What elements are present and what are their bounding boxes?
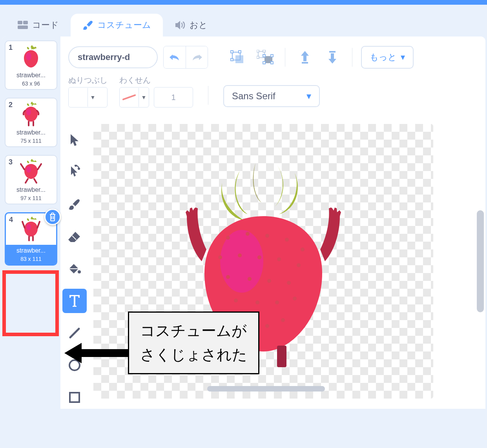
costume-size: 63 x 96 (8, 80, 54, 87)
svg-point-47 (293, 297, 297, 300)
svg-point-34 (301, 248, 305, 251)
svg-point-41 (248, 277, 252, 281)
annotation-callout: コスチュームが さくじょされた (128, 311, 259, 374)
horizontal-scrollbar[interactable] (207, 386, 325, 392)
redo-button[interactable] (186, 46, 208, 68)
tab-code[interactable]: コード (5, 14, 71, 36)
svg-point-39 (297, 263, 301, 267)
annotation-arrow-icon (63, 341, 132, 365)
tab-sounds[interactable]: おと (163, 14, 219, 36)
svg-point-6 (26, 224, 31, 230)
annotation-line-1: コスチュームが (140, 319, 247, 343)
outline-label: わくせん (119, 75, 193, 86)
svg-point-4 (26, 109, 31, 115)
costume-number: 2 (9, 101, 13, 109)
costume-size: 75 x 111 (8, 138, 54, 144)
svg-point-25 (78, 270, 81, 273)
font-select[interactable]: Sans Serif ▾ (223, 85, 320, 107)
svg-rect-52 (277, 346, 286, 367)
fill-color-picker[interactable]: ▼ (68, 87, 108, 107)
eraser-tool[interactable] (62, 224, 87, 249)
svg-rect-9 (231, 51, 233, 53)
delete-costume-button[interactable] (44, 209, 61, 225)
select-tool[interactable] (62, 128, 87, 152)
editor-tabs: コード コスチューム おと (0, 5, 487, 36)
svg-rect-8 (235, 55, 243, 63)
svg-rect-18 (271, 55, 273, 57)
text-tool[interactable] (62, 289, 87, 313)
svg-point-44 (234, 299, 238, 302)
costume-size: 83 x 111 (8, 256, 54, 262)
svg-rect-0 (18, 21, 22, 24)
annotation-deleted-slot (2, 270, 59, 336)
costume-size: 97 x 111 (8, 195, 54, 201)
chevron-down-icon: ▼ (88, 88, 98, 107)
costume-item-3[interactable]: 3 strawber... 97 x 111 (5, 155, 57, 204)
svg-point-23 (75, 165, 77, 167)
svg-rect-11 (231, 58, 233, 61)
undo-redo-group (163, 46, 208, 69)
svg-point-3 (26, 53, 31, 60)
svg-point-43 (287, 281, 291, 285)
svg-point-37 (257, 255, 261, 259)
group-button[interactable] (227, 46, 249, 68)
main-toolbar: もっと ▾ (60, 36, 485, 72)
costume-name-input[interactable] (68, 46, 158, 68)
tab-code-label: コード (32, 19, 59, 31)
svg-rect-22 (329, 51, 336, 53)
costume-name: strawber... (8, 72, 54, 79)
backward-button[interactable] (321, 46, 343, 68)
costume-list: 1 strawber... 63 x 96 2 strawber... 75 x… (2, 36, 60, 409)
brush-icon (82, 20, 93, 31)
svg-point-50 (281, 318, 285, 322)
chevron-down-icon: ▼ (139, 88, 149, 107)
svg-rect-19 (263, 62, 265, 64)
code-icon (17, 20, 28, 31)
svg-rect-1 (23, 21, 28, 24)
svg-rect-17 (263, 55, 265, 57)
costume-name: strawber... (8, 247, 54, 254)
costume-item-1[interactable]: 1 strawber... 63 x 96 (5, 40, 57, 90)
svg-rect-14 (257, 50, 259, 52)
outline-color-picker[interactable]: ▼ (119, 87, 149, 107)
brush-tool[interactable] (62, 192, 87, 217)
svg-point-32 (265, 234, 269, 238)
vertical-scrollbar[interactable] (477, 210, 484, 312)
forward-button[interactable] (294, 46, 316, 68)
svg-point-35 (218, 255, 222, 259)
fill-tool[interactable] (62, 257, 87, 281)
costume-item-2[interactable]: 2 strawber... 75 x 111 (5, 98, 57, 147)
tab-sounds-label: おと (190, 19, 208, 31)
svg-rect-15 (263, 50, 265, 52)
tab-costumes-label: コスチューム (97, 19, 151, 31)
costume-thumbnail (8, 44, 54, 70)
svg-rect-21 (302, 62, 308, 64)
costume-thumbnail (8, 101, 54, 127)
fill-label: ぬりつぶし (68, 75, 108, 86)
svg-point-36 (238, 253, 242, 257)
svg-rect-20 (271, 62, 273, 64)
font-value: Sans Serif (232, 91, 275, 102)
outline-swatch (120, 88, 139, 107)
annotation-line-2: さくじょされた (140, 343, 247, 367)
tool-column (60, 120, 89, 417)
chevron-down-icon: ▾ (401, 52, 405, 62)
svg-rect-28 (70, 393, 79, 402)
more-label: もっと (370, 51, 397, 63)
undo-button[interactable] (164, 46, 186, 68)
sound-icon (175, 20, 186, 31)
costume-number: 3 (9, 158, 13, 166)
svg-rect-10 (239, 51, 241, 53)
rectangle-tool[interactable] (62, 385, 87, 410)
svg-rect-2 (18, 25, 28, 29)
more-button[interactable]: もっと ▾ (361, 46, 414, 69)
stroke-width-input[interactable] (154, 87, 193, 107)
svg-point-45 (255, 300, 259, 304)
ungroup-button[interactable] (254, 46, 276, 68)
costume-item-4[interactable]: 4 strawber... 83 x 111 (5, 212, 57, 266)
reshape-tool[interactable] (62, 160, 87, 184)
svg-point-5 (26, 166, 31, 173)
tab-costumes[interactable]: コスチューム (71, 14, 163, 36)
workspace (60, 120, 485, 417)
divider (285, 48, 285, 67)
